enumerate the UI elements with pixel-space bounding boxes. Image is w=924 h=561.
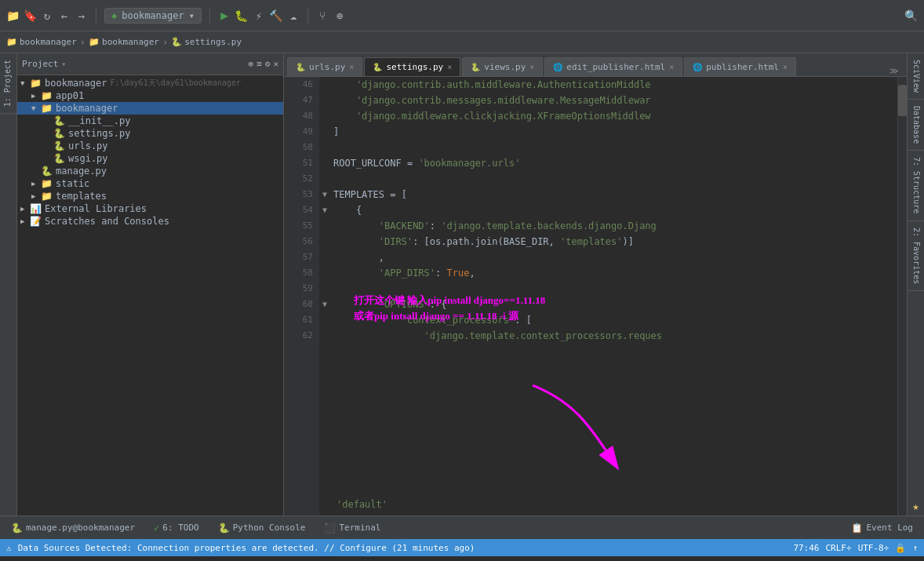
- tree-templates[interactable]: ▶ 📁 templates: [17, 190, 283, 202]
- build-icon[interactable]: 🔨: [270, 9, 282, 22]
- back-icon[interactable]: ←: [58, 9, 71, 22]
- status-encoding[interactable]: UTF-8÷: [858, 543, 889, 553]
- tree-scratches[interactable]: ▶ 📝 Scratches and Consoles: [17, 215, 283, 228]
- tree-settings[interactable]: 🐍 settings.py: [17, 127, 283, 140]
- project-tab-label[interactable]: 1: Project: [0, 53, 16, 114]
- sciview-tab[interactable]: SciView: [908, 53, 924, 100]
- code-57-comma: ,: [333, 250, 384, 265]
- code-58-key: 'APP_DIRS': [333, 265, 435, 281]
- vcs2-icon[interactable]: ⊕: [333, 9, 346, 22]
- tab-publisher-close[interactable]: ×: [783, 63, 788, 71]
- structure-tab[interactable]: 7: Structure: [908, 151, 924, 220]
- status-linesep[interactable]: CRLF÷: [826, 543, 852, 553]
- tab-edit-close[interactable]: ×: [669, 63, 674, 71]
- breadcrumb-settings[interactable]: 🐍 settings.py: [171, 37, 242, 47]
- search-icon[interactable]: 🔍: [904, 9, 918, 22]
- run-icon[interactable]: ▶: [218, 9, 231, 22]
- star-icon[interactable]: ★: [912, 500, 919, 512]
- refresh-icon[interactable]: ↻: [41, 9, 53, 22]
- code-53-bracket: [: [402, 187, 407, 202]
- breadcrumb-bookmanager2[interactable]: 📁 bookmanager: [89, 37, 159, 47]
- python-console-tab[interactable]: 🐍 Python Console: [212, 520, 312, 536]
- init-file-icon: 🐍: [53, 115, 65, 126]
- locate-icon[interactable]: ⊕: [249, 59, 254, 69]
- code-56-close: )]: [623, 234, 634, 250]
- favorites-tab[interactable]: 2: Favorites: [908, 221, 924, 291]
- code-editor[interactable]: 46 47 48 49 50 51 52 53 54 55 56 57 58 5…: [284, 77, 907, 515]
- collapse-icon[interactable]: ≡: [256, 59, 262, 69]
- tree-external-libs[interactable]: ▶ 📊 External Libraries: [17, 202, 283, 215]
- manage-python-icon: 🐍: [11, 523, 23, 534]
- profile-icon[interactable]: ⚡: [253, 9, 265, 22]
- wsgi-file-icon: 🐍: [53, 153, 65, 164]
- extlibs-arrow-icon: ▶: [20, 205, 30, 213]
- code-46-str: 'django.contrib.auth.middleware.Authenti…: [333, 77, 651, 93]
- right-side-bar: SciView Database 7: Structure 2: Favorit…: [907, 53, 924, 515]
- folder-icon2: 📁: [6, 37, 17, 47]
- code-line-46: 'django.contrib.auth.middleware.Authenti…: [333, 77, 897, 93]
- linenum-60: 60: [284, 297, 313, 312]
- tree-root[interactable]: ▼ 📁 bookmanager F:\day61天\day61\bookmana…: [17, 77, 283, 89]
- code-51-var: ROOT_URLCONF: [333, 155, 402, 171]
- tab-settings-close[interactable]: ×: [447, 63, 452, 71]
- todo-tab[interactable]: ✓ 6: TODO: [147, 520, 206, 536]
- tree-static[interactable]: ▶ 📁 static: [17, 177, 283, 190]
- fold-gutter: ▼ ▼ ▼: [319, 77, 330, 515]
- bookmanager-folder-icon: 📁: [41, 103, 53, 114]
- linenum-57: 57: [284, 250, 313, 265]
- debug-icon[interactable]: 🐛: [235, 9, 248, 22]
- project-dropdown-icon[interactable]: ▾: [61, 60, 66, 68]
- tab-views-close[interactable]: ×: [529, 63, 534, 71]
- tree-app01[interactable]: ▶ 📁 app01: [17, 89, 283, 102]
- breadcrumb-bookmanager1[interactable]: 📁 bookmanager: [6, 37, 77, 47]
- fold-60: ▼: [319, 297, 330, 312]
- tree-urls[interactable]: 🐍 urls.py: [17, 140, 283, 152]
- code-58-val: True: [447, 265, 470, 281]
- terminal-tab[interactable]: ⬛ Terminal: [318, 520, 387, 536]
- urls-file-icon: 🐍: [53, 140, 65, 151]
- code-56-colon: : [: [413, 234, 430, 250]
- status-git-icon: ↑: [912, 543, 918, 553]
- manage-label: manage.py: [56, 166, 107, 177]
- vcs-icon[interactable]: ⑂: [316, 9, 329, 22]
- tree-bookmanager[interactable]: ▼ 📁 bookmanager: [17, 102, 283, 115]
- database-tab[interactable]: Database: [908, 100, 924, 151]
- tabs-overflow[interactable]: ≫: [885, 66, 904, 76]
- status-message[interactable]: Data Sources Detected: Connection proper…: [18, 543, 475, 553]
- forward-icon[interactable]: →: [75, 9, 88, 22]
- tab-settings[interactable]: 🐍 settings.py ×: [364, 57, 460, 76]
- folder-icon[interactable]: 📁: [6, 9, 19, 22]
- deploy-icon[interactable]: ☁: [287, 9, 300, 22]
- scrollbar-thumb[interactable]: [898, 85, 907, 116]
- code-line-50: [333, 140, 897, 155]
- tree-init[interactable]: 🐍 __init__.py: [17, 115, 283, 127]
- hide-panel-icon[interactable]: ✕: [273, 59, 278, 69]
- linenum-61: 61: [284, 312, 313, 328]
- bookmark-icon[interactable]: 🔖: [24, 9, 36, 22]
- editor-scrollbar[interactable]: [897, 77, 907, 515]
- python-console-label: Python Console: [233, 523, 306, 533]
- linenum-59: 59: [284, 281, 313, 297]
- line-numbers: 46 47 48 49 50 51 52 53 54 55 56 57 58 5…: [284, 77, 319, 515]
- settings-label: settings.py: [68, 128, 130, 139]
- tab-urls-close[interactable]: ×: [349, 63, 354, 71]
- code-content[interactable]: 'django.contrib.auth.middleware.Authenti…: [330, 77, 897, 515]
- project-dropdown[interactable]: ◆ bookmanager ▾: [104, 8, 202, 24]
- code-56-var: os.path.join: [430, 234, 498, 250]
- editor-tabs: 🐍 urls.py × 🐍 settings.py × 🐍 views.py ×…: [284, 53, 907, 77]
- tree-manage[interactable]: ▶ 🐍 manage.py: [17, 165, 283, 177]
- tree-wsgi[interactable]: 🐍 wsgi.py: [17, 152, 283, 165]
- separator2: [209, 8, 210, 24]
- left-mini-panel: 1: Project: [0, 53, 17, 515]
- tab-publisher[interactable]: 🌐 publisher.html ×: [684, 57, 796, 76]
- status-position[interactable]: 77:46: [793, 543, 819, 553]
- settings-panel-icon[interactable]: ⚙: [265, 59, 271, 69]
- event-log-tab[interactable]: 📋 Event Log: [845, 520, 919, 536]
- project-dropdown-label[interactable]: Project: [22, 59, 58, 69]
- tab-edit-publisher[interactable]: 🌐 edit_publisher.html ×: [544, 57, 682, 76]
- status-right: 77:46 CRLF÷ UTF-8÷ 🔒 ↑: [793, 543, 918, 553]
- tab-views[interactable]: 🐍 views.py ×: [462, 57, 543, 76]
- tab-urls[interactable]: 🐍 urls.py ×: [287, 57, 362, 76]
- manage-tab[interactable]: 🐍 manage.py@bookmanager: [5, 520, 141, 536]
- status-bar: ⚠ Data Sources Detected: Connection prop…: [0, 539, 924, 556]
